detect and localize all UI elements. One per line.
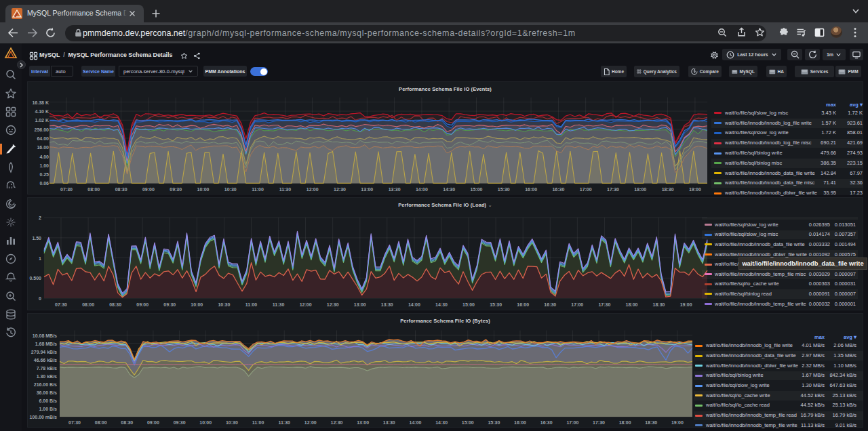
- svg-text:09:30: 09:30: [170, 187, 182, 192]
- svg-text:10:30: 10:30: [226, 420, 238, 425]
- svg-text:12:30: 12:30: [331, 420, 343, 425]
- svg-text:1.68 MB/s: 1.68 MB/s: [35, 342, 57, 346]
- svg-text:16.38 K: 16.38 K: [32, 100, 49, 105]
- svg-text:1: 1: [39, 256, 41, 261]
- svg-text:12:00: 12:00: [307, 187, 319, 192]
- svg-text:2: 2: [39, 216, 41, 220]
- svg-text:18:00: 18:00: [626, 302, 638, 307]
- svg-text:16:30: 16:30: [544, 302, 556, 307]
- svg-text:15:00: 15:00: [462, 420, 474, 425]
- svg-text:0.25: 0.25: [39, 172, 49, 177]
- svg-text:1.00 B/s: 1.00 B/s: [39, 407, 58, 411]
- svg-text:279.94 kB/s: 279.94 kB/s: [31, 350, 57, 354]
- svg-text:14:30: 14:30: [435, 302, 448, 307]
- svg-text:1.50: 1.50: [32, 236, 41, 241]
- svg-text:17:30: 17:30: [598, 302, 610, 307]
- svg-text:18:30: 18:30: [645, 420, 657, 425]
- svg-text:13:30: 13:30: [381, 302, 393, 307]
- svg-text:10:00: 10:00: [191, 302, 203, 307]
- svg-text:16:30: 16:30: [540, 420, 553, 425]
- svg-text:15:30: 15:30: [498, 187, 510, 192]
- svg-text:0.06: 0.06: [39, 181, 49, 186]
- svg-text:19:00: 19:00: [671, 420, 684, 425]
- svg-text:64.00: 64.00: [37, 136, 49, 141]
- svg-text:07:30: 07:30: [55, 302, 67, 307]
- svg-text:16:00: 16:00: [514, 420, 526, 425]
- svg-text:16:00: 16:00: [525, 187, 537, 192]
- svg-text:12:30: 12:30: [327, 302, 339, 307]
- svg-text:08:30: 08:30: [115, 187, 127, 192]
- svg-text:13:30: 13:30: [383, 420, 395, 425]
- svg-text:11:30: 11:30: [278, 420, 290, 425]
- svg-text:18:00: 18:00: [619, 420, 631, 425]
- svg-text:10:30: 10:30: [218, 302, 230, 307]
- svg-text:16:30: 16:30: [552, 187, 564, 192]
- svg-text:15:30: 15:30: [490, 302, 502, 307]
- svg-text:4.00: 4.00: [39, 155, 49, 159]
- svg-text:17:30: 17:30: [593, 420, 605, 425]
- svg-text:10:00: 10:00: [199, 420, 212, 425]
- svg-text:0.500: 0.500: [29, 276, 41, 281]
- svg-text:09:00: 09:00: [147, 420, 159, 425]
- svg-text:12:30: 12:30: [334, 187, 346, 192]
- svg-text:12:00: 12:00: [304, 420, 317, 425]
- svg-text:16.00: 16.00: [37, 145, 49, 150]
- svg-text:0: 0: [39, 296, 41, 301]
- svg-text:15:30: 15:30: [488, 420, 500, 425]
- svg-text:11:30: 11:30: [273, 302, 285, 307]
- svg-text:09:00: 09:00: [142, 187, 155, 192]
- svg-text:13:00: 13:00: [361, 187, 373, 192]
- svg-text:08:00: 08:00: [95, 420, 107, 425]
- svg-text:18:00: 18:00: [634, 187, 646, 192]
- svg-text:17:00: 17:00: [580, 187, 592, 192]
- svg-text:14:00: 14:00: [410, 420, 422, 425]
- svg-text:09:00: 09:00: [136, 302, 149, 307]
- svg-text:17:00: 17:00: [566, 420, 578, 425]
- svg-text:7.78 kB/s: 7.78 kB/s: [37, 366, 57, 371]
- svg-text:36.00 B/s: 36.00 B/s: [37, 390, 57, 395]
- svg-text:08:30: 08:30: [121, 420, 133, 425]
- svg-text:12:00: 12:00: [300, 302, 312, 307]
- svg-text:4.10 K: 4.10 K: [35, 109, 49, 114]
- svg-text:256.00: 256.00: [35, 127, 50, 132]
- svg-text:08:00: 08:00: [87, 187, 100, 192]
- svg-text:18:30: 18:30: [662, 187, 674, 192]
- svg-text:10:00: 10:00: [197, 187, 210, 192]
- svg-text:18:30: 18:30: [653, 302, 665, 307]
- svg-text:13:00: 13:00: [357, 420, 369, 425]
- svg-text:09:30: 09:30: [174, 420, 186, 425]
- svg-text:07:30: 07:30: [60, 187, 73, 192]
- svg-text:15:00: 15:00: [471, 187, 483, 192]
- svg-text:15:00: 15:00: [462, 302, 475, 307]
- svg-text:11:00: 11:00: [245, 302, 258, 307]
- svg-text:16:00: 16:00: [517, 302, 529, 307]
- svg-text:11:30: 11:30: [279, 187, 292, 192]
- svg-text:1.30 kB/s: 1.30 kB/s: [37, 374, 57, 379]
- svg-text:6.00 B/s: 6.00 B/s: [39, 398, 58, 403]
- svg-text:17:30: 17:30: [607, 187, 619, 192]
- svg-text:19:00: 19:00: [689, 187, 701, 192]
- svg-text:08:00: 08:00: [82, 302, 94, 307]
- svg-text:14:00: 14:00: [416, 187, 428, 192]
- svg-text:11:00: 11:00: [252, 187, 264, 192]
- svg-text:13:00: 13:00: [354, 302, 366, 307]
- svg-text:100.00 mB/s: 100.00 mB/s: [30, 415, 58, 419]
- svg-text:17:00: 17:00: [571, 302, 583, 307]
- svg-text:08:30: 08:30: [109, 302, 121, 307]
- svg-text:07:30: 07:30: [68, 420, 81, 425]
- svg-text:1.00: 1.00: [39, 163, 49, 168]
- svg-text:216.00 B/s: 216.00 B/s: [34, 382, 57, 387]
- svg-text:19:00: 19:00: [680, 302, 692, 307]
- svg-text:14:00: 14:00: [408, 302, 420, 307]
- svg-text:09:30: 09:30: [163, 302, 176, 307]
- svg-text:14:30: 14:30: [443, 187, 455, 192]
- svg-text:13:30: 13:30: [389, 187, 401, 192]
- svg-text:11:00: 11:00: [252, 420, 264, 425]
- svg-text:46.66 kB/s: 46.66 kB/s: [34, 358, 57, 363]
- svg-text:1.02 K: 1.02 K: [35, 118, 49, 123]
- svg-text:10:30: 10:30: [224, 187, 237, 192]
- svg-text:10.08 MB/s: 10.08 MB/s: [33, 333, 57, 338]
- svg-text:14:30: 14:30: [435, 420, 448, 425]
